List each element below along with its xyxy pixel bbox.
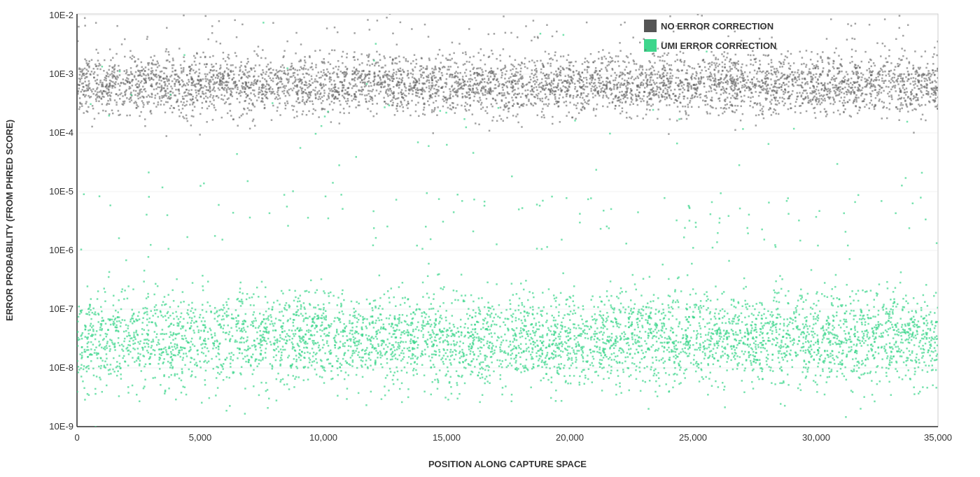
svg-text:20,000: 20,000	[556, 432, 584, 443]
x-tick-labels: 0 5,000 10,000 15,000 20,000 25,000 30,0…	[74, 432, 952, 443]
svg-text:10E-8: 10E-8	[49, 362, 74, 373]
svg-text:10,000: 10,000	[309, 432, 337, 443]
svg-text:5,000: 5,000	[189, 432, 212, 443]
svg-text:10E-9: 10E-9	[49, 421, 74, 432]
x-axis-label: POSITION ALONG CAPTURE SPACE	[428, 459, 587, 469]
svg-text:0: 0	[74, 432, 79, 443]
svg-text:10E-7: 10E-7	[49, 304, 74, 314]
chart-container: 10E-9 10E-8 10E-7 10E-6 10E-5 10E-4 10E-…	[0, 0, 980, 477]
svg-text:25,000: 25,000	[679, 432, 707, 443]
svg-text:15,000: 15,000	[433, 432, 461, 443]
y-axis-label: ERROR PROBABILITY (FROM PHRED SCORE)	[4, 120, 15, 321]
svg-text:30,000: 30,000	[802, 432, 830, 443]
scatter-plot: 10E-9 10E-8 10E-7 10E-6 10E-5 10E-4 10E-…	[0, 0, 980, 477]
svg-text:10E-2: 10E-2	[49, 10, 74, 20]
svg-text:10E-3: 10E-3	[49, 69, 74, 79]
svg-text:35,000: 35,000	[924, 432, 952, 443]
y-tick-labels: 10E-9 10E-8 10E-7 10E-6 10E-5 10E-4 10E-…	[49, 10, 74, 432]
svg-text:10E-6: 10E-6	[49, 245, 74, 255]
svg-text:10E-5: 10E-5	[49, 186, 74, 197]
svg-text:10E-4: 10E-4	[49, 127, 74, 138]
